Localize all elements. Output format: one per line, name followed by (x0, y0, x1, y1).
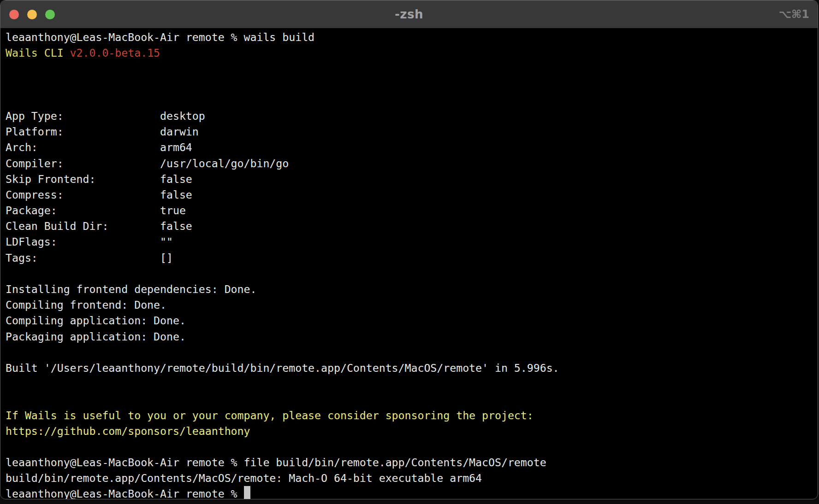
terminal-text: Built '/Users/leaanthony/remote/build/bi… (6, 362, 559, 374)
terminal-line: Compiler:/usr/local/go/bin/go (6, 156, 818, 171)
terminal-line (6, 376, 818, 392)
terminal-text: If Wails is useful to you or your compan… (6, 409, 534, 422)
terminal-line: leaanthony@Leas-MacBook-Air remote % (6, 486, 818, 499)
terminal-line: Platform:darwin (6, 124, 818, 140)
config-value: false (160, 188, 192, 201)
config-value: arm64 (160, 141, 192, 153)
config-label: LDFlags: (6, 234, 160, 250)
terminal-line (6, 439, 818, 455)
config-label: Arch: (6, 140, 160, 155)
terminal-line: Clean Build Dir:false (6, 218, 818, 234)
config-value: true (160, 204, 186, 217)
terminal-line (6, 61, 818, 76)
terminal-line (6, 93, 818, 108)
config-value: [] (160, 252, 173, 264)
config-value: false (160, 220, 192, 232)
terminal-line: Built '/Users/leaanthony/remote/build/bi… (6, 360, 818, 376)
terminal-line (6, 345, 818, 360)
config-label: Tags: (6, 250, 160, 266)
terminal-line: Skip Frontend:false (6, 171, 818, 187)
window-shortcut-badge: ⌥⌘1 (778, 0, 809, 28)
terminal-text: v2.0.0-beta.15 (70, 47, 160, 59)
terminal-line: https://github.com/sponsors/leaanthony (6, 423, 818, 439)
terminal-cursor (244, 486, 250, 499)
terminal-text: https://github.com/sponsors/leaanthony (6, 425, 250, 437)
terminal-line: Packaging application: Done. (6, 329, 818, 345)
terminal-line: Arch:arm64 (6, 140, 818, 155)
terminal-text: Compiling frontend: Done. (6, 299, 166, 311)
minimize-button[interactable] (27, 10, 37, 19)
terminal-output[interactable]: leaanthony@Leas-MacBook-Air remote % wai… (0, 28, 818, 499)
config-value: darwin (160, 125, 199, 138)
terminal-text: Packaging application: Done. (6, 330, 186, 343)
terminal-line: Tags:[] (6, 250, 818, 266)
terminal-line: leaanthony@Leas-MacBook-Air remote % wai… (6, 29, 818, 45)
config-value: desktop (160, 110, 205, 122)
config-label: Clean Build Dir: (6, 218, 160, 234)
close-button[interactable] (9, 10, 19, 19)
terminal-text: build/bin/remote.app/Contents/MacOS/remo… (6, 472, 482, 484)
terminal-line (6, 77, 818, 93)
config-label: Platform: (6, 124, 160, 140)
terminal-text: leaanthony@Leas-MacBook-Air remote % (6, 487, 244, 499)
config-label: Package: (6, 203, 160, 218)
terminal-line (6, 266, 818, 281)
terminal-line: App Type:desktop (6, 108, 818, 124)
terminal-line: Compiling application: Done. (6, 313, 818, 328)
config-value: false (160, 173, 192, 185)
traffic-lights (9, 0, 55, 28)
config-value: "" (160, 235, 173, 248)
config-label: App Type: (6, 108, 160, 124)
config-label: Compiler: (6, 156, 160, 171)
config-label: Skip Frontend: (6, 171, 160, 187)
terminal-line: leaanthony@Leas-MacBook-Air remote % fil… (6, 455, 818, 470)
title-bar[interactable]: -zsh ⌥⌘1 (0, 0, 818, 28)
terminal-text: Wails CLI (6, 47, 70, 59)
terminal-text: Compiling application: Done. (6, 314, 186, 327)
terminal-text: Installing frontend dependencies: Done. (6, 283, 256, 295)
window-title: -zsh (395, 7, 423, 21)
terminal-line: Compiling frontend: Done. (6, 297, 818, 313)
terminal-line (6, 392, 818, 407)
terminal-line: Compress:false (6, 187, 818, 203)
terminal-line: Installing frontend dependencies: Done. (6, 281, 818, 297)
config-label: Compress: (6, 187, 160, 203)
terminal-window: -zsh ⌥⌘1 leaanthony@Leas-MacBook-Air rem… (0, 0, 818, 499)
terminal-line: If Wails is useful to you or your compan… (6, 408, 818, 423)
terminal-line: LDFlags:"" (6, 234, 818, 250)
terminal-line: Package:true (6, 203, 818, 218)
terminal-text: leaanthony@Leas-MacBook-Air remote % fil… (6, 456, 546, 469)
config-value: /usr/local/go/bin/go (160, 157, 289, 170)
terminal-line: Wails CLI v2.0.0-beta.15 (6, 45, 818, 61)
zoom-button[interactable] (45, 10, 55, 19)
terminal-text: leaanthony@Leas-MacBook-Air remote % wai… (6, 31, 315, 43)
terminal-line: build/bin/remote.app/Contents/MacOS/remo… (6, 470, 818, 486)
